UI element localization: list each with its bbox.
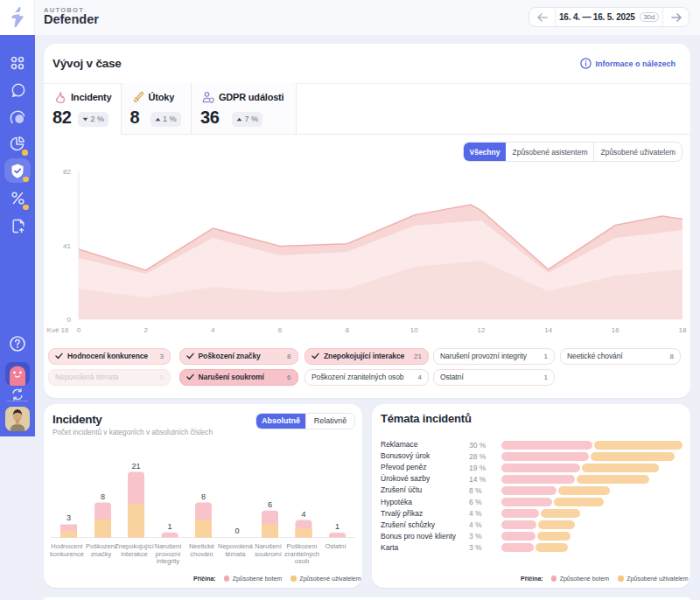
svg-text:6: 6 <box>278 326 283 334</box>
svg-text:6: 6 <box>268 500 272 509</box>
svg-text:0: 0 <box>77 326 81 334</box>
svg-text:12: 12 <box>478 326 486 334</box>
svg-text:10: 10 <box>410 326 418 334</box>
svg-text:1: 1 <box>335 522 340 531</box>
svg-text:Kvě 16: Kvě 16 <box>47 326 69 334</box>
svg-text:16: 16 <box>612 326 620 334</box>
svg-text:3: 3 <box>66 513 71 522</box>
svg-text:82: 82 <box>63 168 71 176</box>
svg-text:0: 0 <box>234 527 239 535</box>
svg-text:41: 41 <box>63 242 71 250</box>
svg-text:14: 14 <box>544 326 552 334</box>
svg-text:1: 1 <box>167 522 172 531</box>
svg-text:8: 8 <box>101 492 105 501</box>
svg-text:8: 8 <box>201 492 206 501</box>
svg-text:18: 18 <box>679 326 687 334</box>
svg-text:2: 2 <box>144 326 148 334</box>
svg-text:0: 0 <box>67 316 72 324</box>
svg-text:21: 21 <box>131 462 140 471</box>
svg-text:8: 8 <box>345 326 349 334</box>
svg-text:4: 4 <box>301 510 305 519</box>
svg-text:4: 4 <box>211 326 215 334</box>
